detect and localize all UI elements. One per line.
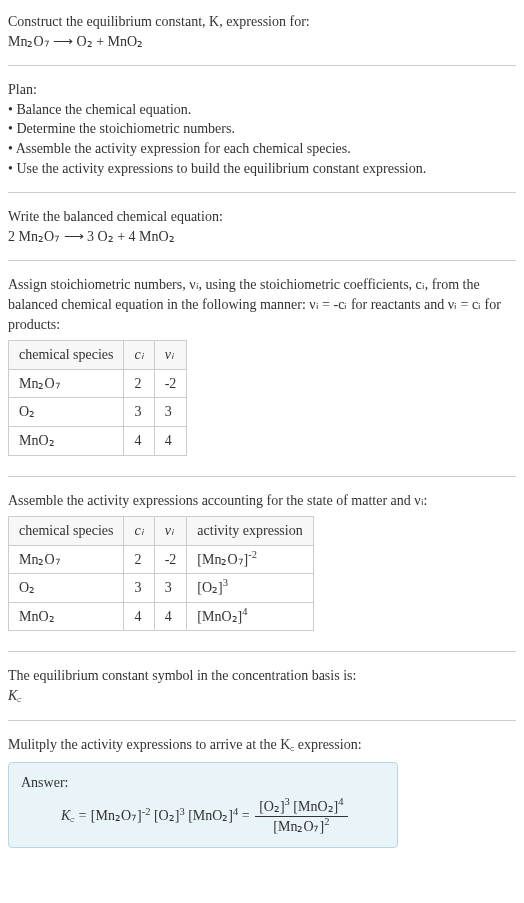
- symbol-section: The equilibrium constant symbol in the c…: [8, 662, 516, 709]
- cell-v: -2: [154, 545, 187, 574]
- table-row: O₂ 3 3 [O₂]3: [9, 574, 314, 603]
- table-row: Mn₂O₇ 2 -2 [Mn₂O₇]-2: [9, 545, 314, 574]
- cell-species: O₂: [9, 574, 124, 603]
- plan-section: Plan: • Balance the chemical equation. •…: [8, 76, 516, 182]
- symbol-line: The equilibrium constant symbol in the c…: [8, 666, 516, 686]
- fraction-denominator: [Mn₂O₇]2: [255, 817, 347, 837]
- table-row: O₂ 3 3: [9, 398, 187, 427]
- cell-v: 3: [154, 574, 187, 603]
- divider: [8, 260, 516, 261]
- col-vi: νᵢ: [154, 517, 187, 546]
- expr-base: [Mn₂O₇]: [197, 552, 248, 567]
- col-vi: νᵢ: [154, 341, 187, 370]
- cell-species: Mn₂O₇: [9, 545, 124, 574]
- fraction-numerator: [O₂]3 [MnO₂]4: [255, 797, 347, 818]
- den-pow: 2: [324, 817, 329, 828]
- header-text: Construct the equilibrium constant, K, e…: [8, 14, 310, 29]
- cell-expr: [O₂]3: [187, 574, 313, 603]
- expr-pow: 4: [242, 606, 247, 617]
- divider: [8, 192, 516, 193]
- table-row: MnO₂ 4 4 [MnO₂]4: [9, 602, 314, 631]
- answer-label: Answer:: [21, 773, 385, 793]
- answer-fraction: [O₂]3 [MnO₂]4 [Mn₂O₇]2: [255, 797, 347, 837]
- divider: [8, 720, 516, 721]
- answer-eq: =: [238, 808, 253, 823]
- cell-species: O₂: [9, 398, 124, 427]
- multiply-line: Mulitply the activity expressions to arr…: [8, 735, 516, 755]
- activity-section: Assemble the activity expressions accoun…: [8, 487, 516, 642]
- divider: [8, 65, 516, 66]
- num2-pow: 4: [338, 796, 343, 807]
- answer-box: Answer: K꜀ = [Mn₂O₇]-2 [O₂]3 [MnO₂]4 = […: [8, 762, 398, 848]
- header-line1: Construct the equilibrium constant, K, e…: [8, 12, 516, 32]
- cell-v: -2: [154, 369, 187, 398]
- symbol-kc: K꜀: [8, 686, 516, 706]
- term2-pow: 3: [179, 806, 184, 817]
- cell-expr: [Mn₂O₇]-2: [187, 545, 313, 574]
- expr-pow: -2: [248, 549, 257, 560]
- plan-item: • Assemble the activity expression for e…: [8, 139, 516, 159]
- expr-pow: 3: [223, 578, 228, 589]
- cell-c: 3: [124, 398, 154, 427]
- balanced-equation: 2 Mn₂O₇ ⟶ 3 O₂ + 4 MnO₂: [8, 227, 516, 247]
- problem-header: Construct the equilibrium constant, K, e…: [8, 8, 516, 55]
- divider: [8, 651, 516, 652]
- term3-base: [MnO₂]: [188, 808, 233, 823]
- plan-item: • Determine the stoichiometric numbers.: [8, 119, 516, 139]
- answer-expression: K꜀ = [Mn₂O₇]-2 [O₂]3 [MnO₂]4 = [O₂]3 [Mn…: [21, 797, 385, 837]
- table-header-row: chemical species cᵢ νᵢ: [9, 341, 187, 370]
- expr-base: [MnO₂]: [197, 609, 242, 624]
- term1-pow: -2: [142, 806, 151, 817]
- cell-c: 3: [124, 574, 154, 603]
- table-row: MnO₂ 4 4: [9, 426, 187, 455]
- num1-base: [O₂]: [259, 799, 284, 814]
- stoich-section: Assign stoichiometric numbers, νᵢ, using…: [8, 271, 516, 465]
- divider: [8, 476, 516, 477]
- stoich-table: chemical species cᵢ νᵢ Mn₂O₇ 2 -2 O₂ 3 3…: [8, 340, 187, 455]
- cell-c: 2: [124, 545, 154, 574]
- expr-base: [O₂]: [197, 580, 222, 595]
- den-base: [Mn₂O₇]: [273, 819, 324, 834]
- col-ci: cᵢ: [124, 517, 154, 546]
- cell-expr: [MnO₂]4: [187, 602, 313, 631]
- activity-table: chemical species cᵢ νᵢ activity expressi…: [8, 516, 314, 631]
- plan-item: • Balance the chemical equation.: [8, 100, 516, 120]
- balanced-section: Write the balanced chemical equation: 2 …: [8, 203, 516, 250]
- num1-pow: 3: [285, 796, 290, 807]
- cell-c: 4: [124, 602, 154, 631]
- num2-base: [MnO₂]: [293, 799, 338, 814]
- cell-species: Mn₂O₇: [9, 369, 124, 398]
- col-species: chemical species: [9, 517, 124, 546]
- term1-base: [Mn₂O₇]: [91, 808, 142, 823]
- cell-v: 4: [154, 602, 187, 631]
- header-equation: Mn₂O₇ ⟶ O₂ + MnO₂: [8, 32, 516, 52]
- cell-v: 3: [154, 398, 187, 427]
- balanced-title: Write the balanced chemical equation:: [8, 207, 516, 227]
- cell-c: 2: [124, 369, 154, 398]
- multiply-section: Mulitply the activity expressions to arr…: [8, 731, 516, 860]
- plan-title: Plan:: [8, 80, 516, 100]
- activity-intro: Assemble the activity expressions accoun…: [8, 491, 516, 511]
- stoich-intro: Assign stoichiometric numbers, νᵢ, using…: [8, 275, 516, 334]
- term2-base: [O₂]: [154, 808, 179, 823]
- col-ci: cᵢ: [124, 341, 154, 370]
- cell-species: MnO₂: [9, 602, 124, 631]
- plan-item: • Use the activity expressions to build …: [8, 159, 516, 179]
- col-species: chemical species: [9, 341, 124, 370]
- answer-lhs: K꜀ =: [61, 808, 91, 823]
- cell-species: MnO₂: [9, 426, 124, 455]
- cell-v: 4: [154, 426, 187, 455]
- table-header-row: chemical species cᵢ νᵢ activity expressi…: [9, 517, 314, 546]
- cell-c: 4: [124, 426, 154, 455]
- col-activity: activity expression: [187, 517, 313, 546]
- table-row: Mn₂O₇ 2 -2: [9, 369, 187, 398]
